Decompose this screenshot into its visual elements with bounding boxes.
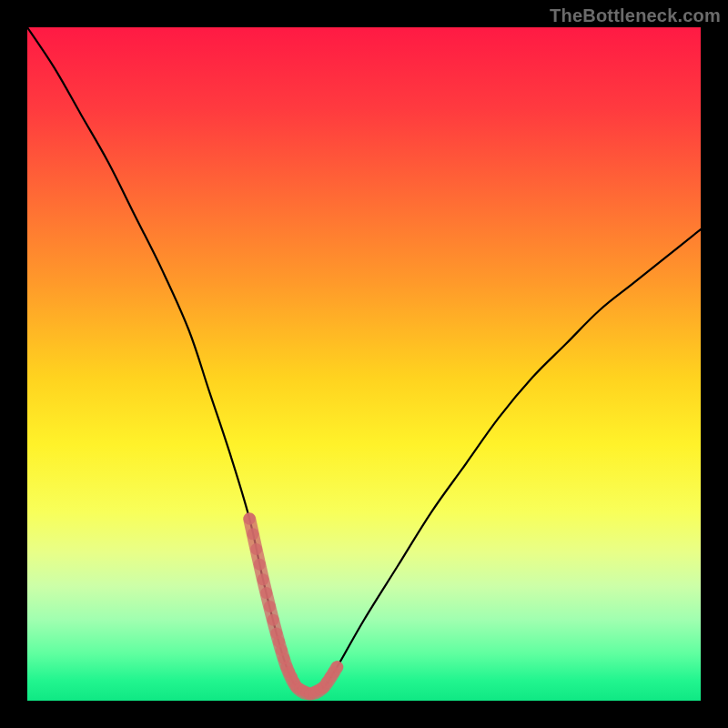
highlight-dot — [260, 587, 272, 599]
highlight-dot — [264, 601, 276, 612]
plot-area — [27, 27, 701, 701]
chart-svg — [27, 27, 701, 701]
highlight-dot — [250, 543, 262, 555]
highlight-segment — [249, 519, 337, 693]
highlight-dot — [254, 559, 266, 571]
highlight-dot — [244, 513, 256, 525]
watermark-text: TheBottleneck.com — [550, 5, 721, 26]
highlight-dot — [247, 528, 258, 540]
highlight-dot — [258, 573, 269, 585]
highlight-dot — [268, 614, 279, 626]
bottleneck-curve — [27, 27, 701, 694]
chart-frame: TheBottleneck.com — [0, 0, 728, 728]
highlight-dot — [331, 662, 343, 673]
